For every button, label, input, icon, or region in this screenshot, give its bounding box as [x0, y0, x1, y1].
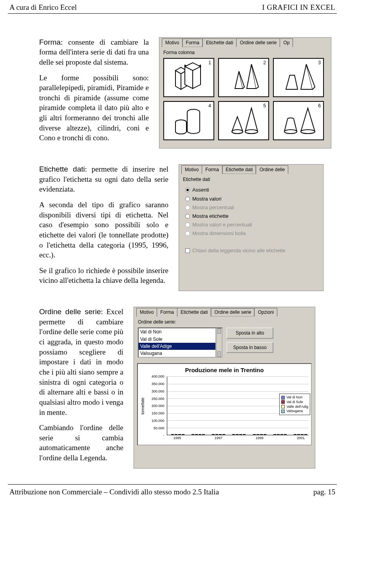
bar: [195, 434, 198, 435]
shape-pyramid[interactable]: 2: [218, 58, 269, 97]
legend-swatch: [281, 396, 285, 399]
radio-label: Mostra dimensioni bolla: [192, 229, 246, 238]
legend-label: Valle dell'Adig: [286, 404, 308, 409]
footer-left: Attribuzione non Commerciale – Condividi…: [9, 487, 219, 497]
tab-motivo[interactable]: Motivo: [181, 165, 202, 174]
series-listbox[interactable]: Val di NonVal di SoleValle dell'AdigeVal…: [138, 327, 216, 358]
bottom-rule: [8, 484, 337, 485]
list-item[interactable]: Valsugana: [139, 350, 215, 357]
bar: [260, 434, 263, 435]
tab-etichette-dati[interactable]: Etichette dati: [177, 308, 211, 317]
tab-opzioni[interactable]: Op: [280, 38, 293, 47]
forma-group-label: Forma colonna: [159, 49, 331, 57]
svg-point-6: [301, 130, 315, 134]
radio-option: [185, 231, 190, 236]
shape-box[interactable]: 1: [163, 58, 214, 97]
ytick: 50.000: [146, 426, 164, 431]
radio-label: Mostra etichette: [192, 212, 229, 221]
chart-legend: Val di NonVal di SoleValle dell'AdigVals…: [279, 394, 310, 415]
sec3-lead: Ordine delle serie: [39, 308, 101, 316]
list-item[interactable]: Valle dell'Adige: [139, 343, 215, 350]
sec3-p2: Cambiando l'ordine delle serie si cambia…: [39, 423, 123, 463]
list-item[interactable]: Val di Non: [139, 328, 215, 335]
shape-cone[interactable]: 5: [218, 101, 269, 140]
legend-swatch: [281, 405, 285, 409]
bar: [257, 434, 259, 435]
tab-motivo[interactable]: Motivo: [136, 308, 157, 317]
bar: [175, 434, 177, 435]
legend-label: Val di Non: [286, 395, 302, 400]
xtick: 1999: [253, 436, 266, 440]
ytick: 400.000: [146, 374, 164, 379]
ytick: 100.000: [146, 418, 164, 423]
bar: [215, 434, 218, 435]
radio-label: Mostra valori: [192, 195, 221, 203]
legend-swatch: [281, 400, 285, 404]
bar: [192, 434, 194, 435]
bar: [277, 434, 280, 435]
footer-right: pag. 15: [313, 487, 335, 497]
bar: [212, 434, 215, 435]
svg-point-2: [232, 130, 243, 134]
bar: [304, 434, 307, 435]
svg-point-3: [245, 130, 258, 134]
bar-cluster: [273, 434, 287, 435]
bar: [280, 434, 283, 435]
tab-motivo[interactable]: Motivo: [162, 38, 183, 47]
ordine-list-label: Ordine delle serie:: [134, 318, 315, 327]
sec3-p1: Ordine delle serie: Excel permette di ca…: [39, 307, 123, 417]
ytick: 250.000: [146, 396, 164, 401]
move-down-button[interactable]: Sposta in basso: [226, 342, 273, 353]
move-up-button[interactable]: Sposta in alto: [226, 327, 273, 338]
radio-option[interactable]: [185, 214, 190, 219]
ytick: -: [146, 433, 164, 438]
bar: [284, 434, 287, 435]
bar: [243, 434, 246, 435]
chart-title: Produzione mele in Trentino: [139, 366, 309, 374]
shape-cone-trunc[interactable]: 6: [273, 101, 324, 140]
chart-ylabel: tonnellate: [139, 376, 146, 435]
listbox-scrollbar[interactable]: [216, 327, 222, 358]
bar: [253, 434, 256, 435]
tab-etichette-dati[interactable]: Etichette dati: [202, 38, 237, 47]
radio-label: Mostra percentuali: [192, 203, 234, 212]
radio-label: Mostra valori e percentuali: [192, 221, 252, 229]
bar-cluster: [171, 434, 184, 435]
list-item[interactable]: Val di Sole: [139, 336, 215, 343]
legend-key-label: Chiavi della leggenda vicino alle etiche…: [192, 247, 286, 254]
ytick: 300.000: [146, 389, 164, 394]
xtick: [233, 436, 245, 440]
forma-dialog: Motivo Forma Etichette dati Ordine delle…: [159, 37, 331, 148]
chart-preview: Produzione mele in Trentino tonnellate 4…: [137, 363, 312, 445]
bar-cluster: [212, 434, 225, 435]
sec1-lead: Forma: [39, 38, 61, 46]
tab-forma[interactable]: Forma: [182, 38, 203, 47]
sec1-p1: Forma: consente di cambiare la forma del…: [39, 37, 149, 67]
radio-option[interactable]: [185, 197, 190, 201]
radio-option[interactable]: [185, 188, 190, 192]
shape-cylinder[interactable]: 4: [163, 101, 214, 140]
bar: [264, 434, 266, 435]
tab-etichette-dati[interactable]: Etichette dati: [222, 165, 256, 174]
bar: [236, 434, 239, 435]
bar: [301, 434, 304, 435]
tab-forma[interactable]: Forma: [202, 165, 222, 174]
tab-opzioni[interactable]: Opzioni: [254, 308, 277, 317]
bar: [297, 434, 300, 435]
tab-ordine-serie[interactable]: Ordine delle: [256, 165, 288, 174]
legend-key-checkbox[interactable]: [185, 248, 190, 253]
tab-ordine-serie[interactable]: Ordine delle serie: [236, 38, 280, 47]
bar: [294, 434, 296, 435]
shape-pyramid-trunc[interactable]: 3: [273, 58, 324, 97]
sec2-lead: Etichette dati: [39, 165, 85, 173]
xtick: 1995: [171, 436, 184, 440]
bar: [232, 434, 235, 435]
bar: [178, 434, 181, 435]
bar: [222, 434, 225, 435]
xtick: 2001: [295, 436, 307, 440]
tab-forma[interactable]: Forma: [157, 308, 177, 317]
header-right: I GRAFICI IN EXCEL: [262, 2, 335, 13]
tab-ordine-serie[interactable]: Ordine delle serie: [211, 308, 255, 317]
svg-point-5: [284, 130, 297, 134]
bar: [219, 434, 222, 435]
